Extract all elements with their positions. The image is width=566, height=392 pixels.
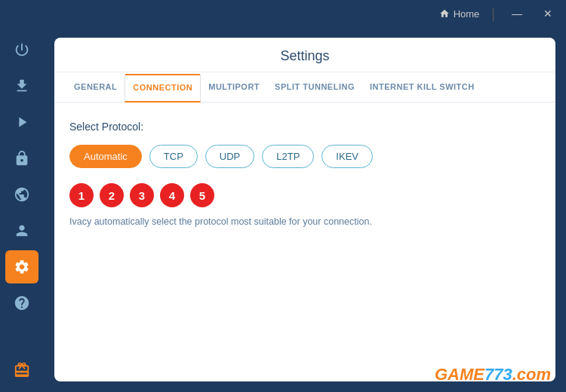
settings-content: Select Protocol: Automatic TCP UDP L2TP … bbox=[54, 103, 555, 381]
sidebar-item-settings[interactable] bbox=[5, 250, 38, 283]
home-link[interactable]: Home bbox=[439, 8, 480, 20]
tab-split-tunneling[interactable]: SPLIT TUNNELING bbox=[267, 73, 362, 102]
protocol-btn-udp[interactable]: UDP bbox=[205, 145, 254, 168]
ip-icon bbox=[14, 186, 30, 203]
tab-kill-switch[interactable]: INTERNET KILL SWITCH bbox=[362, 73, 482, 102]
home-icon bbox=[439, 8, 450, 19]
tabs-bar: GENERAL CONNECTION MULTIPORT SPLIT TUNNE… bbox=[54, 72, 555, 103]
tab-multiport[interactable]: MULTIPORT bbox=[201, 73, 267, 102]
badge-2: 2 bbox=[100, 183, 124, 207]
protocol-btn-automatic[interactable]: Automatic bbox=[69, 145, 142, 168]
protocol-btn-tcp[interactable]: TCP bbox=[149, 145, 198, 168]
sidebar bbox=[0, 27, 44, 392]
top-bar: Home | — ✕ bbox=[0, 0, 566, 27]
user-icon bbox=[14, 222, 30, 239]
tab-connection[interactable]: CONNECTION bbox=[125, 74, 201, 103]
power-icon bbox=[14, 41, 30, 58]
sidebar-item-ip[interactable] bbox=[5, 178, 38, 211]
sidebar-item-lock[interactable] bbox=[5, 142, 38, 175]
divider: | bbox=[491, 6, 495, 22]
minimize-button[interactable]: — bbox=[507, 6, 527, 21]
protocol-description: Ivacy automatically select the protocol … bbox=[69, 215, 432, 229]
download-icon bbox=[14, 78, 30, 94]
close-button[interactable]: ✕ bbox=[539, 6, 557, 21]
badge-5: 5 bbox=[190, 183, 214, 207]
badge-3: 3 bbox=[130, 183, 154, 207]
help-icon bbox=[14, 295, 30, 311]
play-icon bbox=[14, 114, 30, 130]
settings-icon bbox=[14, 259, 30, 275]
protocol-btn-ikev[interactable]: IKEV bbox=[321, 145, 373, 168]
sidebar-item-gift[interactable] bbox=[5, 353, 38, 386]
protocol-buttons-row: Automatic TCP UDP L2TP IKEV bbox=[69, 145, 540, 168]
sidebar-item-user[interactable] bbox=[5, 214, 38, 247]
content-area: Settings GENERAL CONNECTION MULTIPORT SP… bbox=[44, 27, 566, 392]
badge-4: 4 bbox=[160, 183, 184, 207]
home-label: Home bbox=[454, 8, 480, 20]
settings-panel: Settings GENERAL CONNECTION MULTIPORT SP… bbox=[54, 38, 555, 381]
protocol-section-label: Select Protocol: bbox=[69, 121, 540, 133]
sidebar-item-help[interactable] bbox=[5, 286, 38, 320]
settings-title: Settings bbox=[54, 38, 555, 72]
badge-1: 1 bbox=[69, 183, 94, 207]
protocol-btn-l2tp[interactable]: L2TP bbox=[262, 145, 314, 168]
sidebar-item-power[interactable] bbox=[5, 33, 38, 66]
sidebar-item-download[interactable] bbox=[5, 69, 38, 103]
gift-icon bbox=[14, 361, 30, 378]
lock-icon bbox=[14, 150, 30, 167]
main-layout: Settings GENERAL CONNECTION MULTIPORT SP… bbox=[0, 27, 566, 392]
tab-general[interactable]: GENERAL bbox=[66, 73, 125, 102]
sidebar-item-play[interactable] bbox=[5, 106, 38, 139]
